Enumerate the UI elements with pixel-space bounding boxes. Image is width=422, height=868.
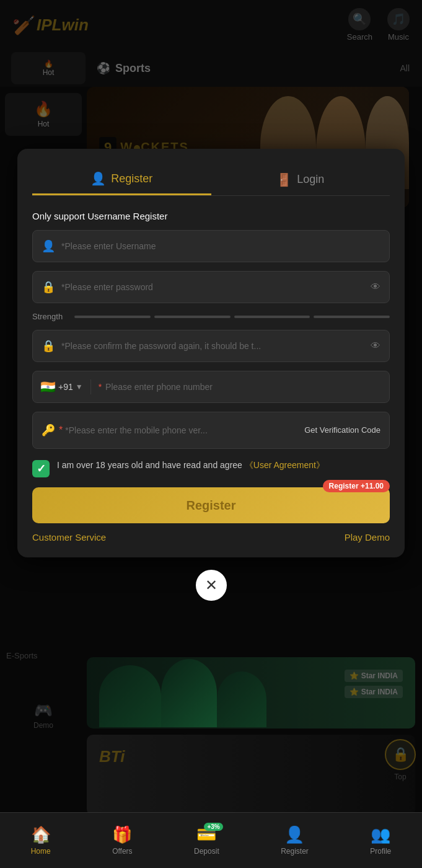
profile-icon: 👥 [371,825,390,844]
register-button[interactable]: Register [32,487,390,523]
key-icon: 🔑 [42,423,55,437]
nav-register[interactable]: 👤 Register [281,825,309,856]
phone-code: +91 [58,382,73,392]
nav-deposit[interactable]: +3% 💳 Deposit [194,825,219,856]
support-text: Only support Username Register [32,211,390,221]
strength-row: Strength [32,312,390,321]
password-input[interactable] [61,282,380,292]
register-modal: 👤 Register 🚪 Login Only support Username… [17,149,405,557]
register-tab-label: Register [111,172,152,185]
checkmark-icon: ✓ [37,462,46,476]
phone-input[interactable] [105,382,382,392]
username-input[interactable] [61,241,380,251]
phone-prefix[interactable]: 🇮🇳 +91 ▼ [33,379,91,394]
agree-text: I am over 18 years old and have read and… [57,459,325,472]
strength-bar-4 [314,316,390,318]
strength-bar-2 [154,316,231,318]
offers-label: Offers [112,847,132,856]
login-icon: 🚪 [276,172,292,187]
nav-profile[interactable]: 👥 Profile [370,825,391,856]
close-button[interactable]: ✕ [196,570,227,601]
register-button-wrap: Register +11.00 Register [32,487,390,523]
deposit-label: Deposit [194,847,219,856]
bottom-nav: 🏠 Home 🎁 Offers +3% 💳 Deposit 👤 Register… [0,812,422,868]
register-icon: 👤 [90,171,106,186]
phone-input-area: * [91,382,389,392]
strength-bar-1 [74,316,151,318]
get-verification-button[interactable]: Get Verification Code [304,425,380,436]
phone-field: 🇮🇳 +91 ▼ * [32,371,390,403]
username-field: 👤 [32,230,390,262]
user-agreement-link[interactable]: 《User Agreement》 [245,460,325,470]
lock-field-icon: 🔒 [42,280,55,294]
confirm-password-field: 🔒 👁 [32,330,390,362]
play-demo-link[interactable]: Play Demo [345,532,390,542]
tab-login[interactable]: 🚪 Login [211,164,390,195]
profile-label: Profile [370,847,391,856]
strength-bars [74,316,390,318]
india-flag: 🇮🇳 [40,379,56,394]
eye-icon[interactable]: 👁 [371,281,380,293]
home-label: Home [31,847,51,856]
verification-field: 🔑 * Get Verification Code [32,412,390,449]
nav-home[interactable]: 🏠 Home [31,825,51,856]
register-nav-label: Register [281,847,309,856]
dropdown-chevron-icon: ▼ [76,383,83,391]
strength-bar-3 [234,316,310,318]
confirm-password-input[interactable] [61,341,380,351]
confirm-eye-icon[interactable]: 👁 [371,340,380,352]
agree-checkbox[interactable]: ✓ [32,460,50,477]
home-icon: 🏠 [31,825,51,844]
nav-offers[interactable]: 🎁 Offers [112,825,132,856]
phone-required-star: * [99,382,102,392]
register-nav-icon: 👤 [284,825,304,844]
deposit-badge: +3% [204,823,222,831]
verif-required-star: * [59,425,63,436]
modal-tabs: 👤 Register 🚪 Login [32,164,390,196]
strength-label: Strength [32,312,69,321]
footer-links: Customer Service Play Demo [32,532,390,542]
close-icon: ✕ [205,577,218,594]
customer-service-link[interactable]: Customer Service [32,532,106,542]
agree-text-content: I am over 18 years old and have read and… [57,460,242,470]
login-tab-label: Login [297,173,324,186]
agree-row: ✓ I am over 18 years old and have read a… [32,459,390,477]
password-field: 🔒 👁 [32,271,390,303]
offers-icon: 🎁 [112,825,132,844]
tab-register[interactable]: 👤 Register [32,164,211,195]
register-badge: Register +11.00 [323,480,390,492]
confirm-lock-icon: 🔒 [42,339,55,353]
user-field-icon: 👤 [42,239,55,253]
